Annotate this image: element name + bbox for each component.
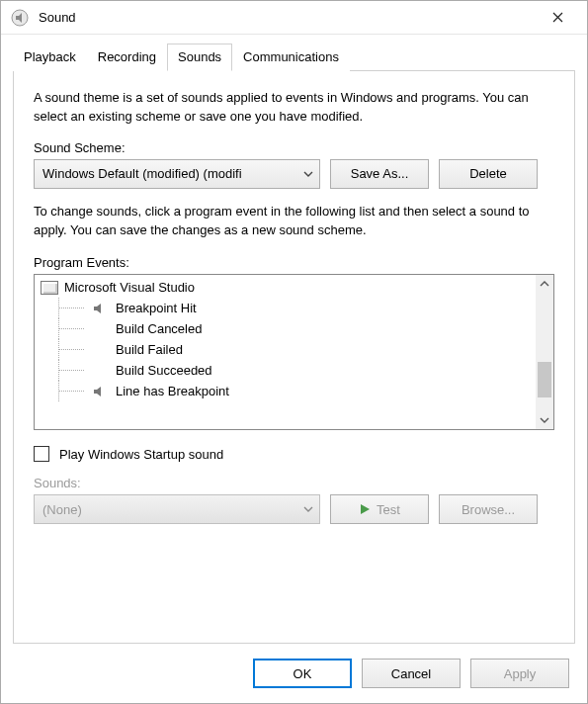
sounds-dropdown: (None)	[34, 494, 320, 524]
tab-recording[interactable]: Recording	[87, 44, 167, 71]
scroll-track[interactable]	[536, 293, 553, 411]
tree-connector	[35, 360, 92, 381]
events-label: Program Events:	[34, 255, 554, 270]
sounds-panel: A sound theme is a set of sounds applied…	[13, 71, 575, 644]
program-icon	[41, 281, 58, 295]
startup-sound-row: Play Windows Startup sound	[34, 446, 554, 462]
tree-connector	[35, 381, 92, 401]
window-title: Sound	[39, 10, 536, 25]
tab-playback[interactable]: Playback	[13, 44, 87, 71]
scheme-row: Windows Default (modified) (modifi Save …	[34, 159, 554, 189]
apply-button: Apply	[470, 659, 569, 688]
scheme-description: A sound theme is a set of sounds applied…	[34, 89, 554, 127]
scheme-label: Sound Scheme:	[34, 140, 554, 155]
tab-strip: Playback Recording Sounds Communications	[13, 43, 575, 71]
events-description: To change sounds, click a program event …	[34, 203, 554, 240]
content-area: Playback Recording Sounds Communications…	[1, 35, 587, 644]
tree-item-label: Build Canceled	[116, 321, 202, 336]
scroll-thumb[interactable]	[538, 362, 551, 397]
delete-button[interactable]: Delete	[439, 159, 538, 189]
dialog-buttons: OK Cancel Apply	[1, 644, 587, 703]
scheme-dropdown[interactable]: Windows Default (modified) (modifi	[34, 159, 320, 189]
startup-sound-checkbox[interactable]	[34, 446, 49, 462]
tab-communications[interactable]: Communications	[232, 44, 350, 71]
tree-item-label: Build Failed	[116, 342, 183, 357]
ok-button[interactable]: OK	[253, 659, 352, 688]
tree-connector	[35, 298, 92, 318]
sounds-value: (None)	[42, 502, 82, 517]
program-events-list[interactable]: Microsoft Visual Studio Breakpoint HitBu…	[34, 274, 554, 430]
test-label: Test	[377, 502, 400, 517]
tree-connector	[35, 318, 92, 339]
sound-app-icon	[11, 9, 29, 27]
tree-item-label: Line has Breakpoint	[116, 384, 229, 398]
tree-item[interactable]: Build Succeeded	[35, 360, 553, 381]
save-as-button[interactable]: Save As...	[330, 159, 429, 189]
tree-item-label: Breakpoint Hit	[116, 301, 197, 315]
cancel-button[interactable]: Cancel	[362, 659, 461, 688]
tree-root[interactable]: Microsoft Visual Studio	[35, 277, 553, 298]
scroll-down-icon[interactable]	[536, 411, 553, 429]
speaker-icon	[92, 303, 108, 314]
chevron-down-icon	[303, 171, 313, 177]
sound-dialog: Sound Playback Recording Sounds Communic…	[0, 0, 588, 704]
startup-sound-label: Play Windows Startup sound	[59, 447, 223, 462]
tree-root-label: Microsoft Visual Studio	[64, 280, 195, 295]
tree-item[interactable]: Build Canceled	[35, 318, 553, 339]
titlebar: Sound	[1, 1, 587, 35]
sounds-row: (None) Test Browse...	[34, 494, 554, 524]
tree-connector	[35, 339, 92, 360]
test-button: Test	[330, 494, 429, 524]
tab-sounds[interactable]: Sounds	[167, 44, 232, 71]
tree-item-label: Build Succeeded	[116, 363, 212, 378]
speaker-icon	[92, 386, 108, 397]
close-button[interactable]	[536, 3, 579, 33]
tree-item[interactable]: Build Failed	[35, 339, 553, 360]
scheme-value: Windows Default (modified) (modifi	[42, 166, 242, 181]
tree-item[interactable]: Line has Breakpoint	[35, 381, 553, 401]
chevron-down-icon	[303, 506, 313, 512]
scroll-up-icon[interactable]	[536, 275, 553, 293]
tree-item[interactable]: Breakpoint Hit	[35, 298, 553, 318]
sounds-label: Sounds:	[34, 476, 554, 490]
browse-button: Browse...	[439, 494, 538, 524]
play-icon	[359, 503, 371, 515]
events-scrollbar[interactable]	[536, 275, 553, 429]
